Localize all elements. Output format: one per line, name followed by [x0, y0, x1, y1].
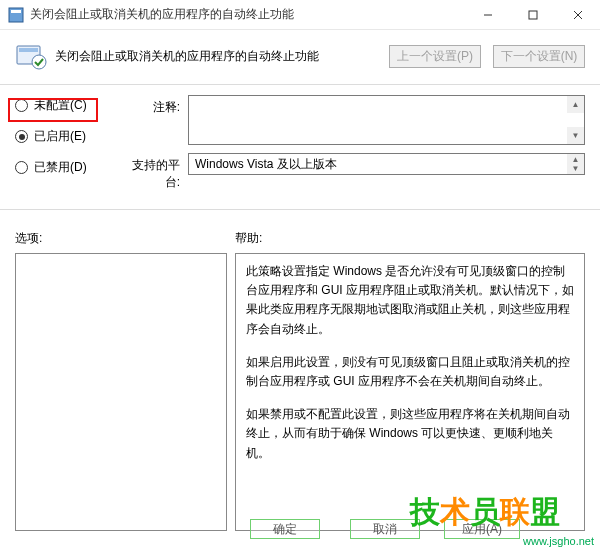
svg-rect-7	[19, 48, 38, 52]
apply-label: 应用(A)	[462, 521, 502, 538]
platform-label: 支持的平台:	[120, 153, 188, 191]
maximize-button[interactable]	[510, 0, 555, 30]
panes: 此策略设置指定 Windows 是否允许没有可见顶级窗口的控制台应用程序和 GU…	[0, 253, 600, 541]
svg-rect-1	[11, 10, 21, 13]
prev-setting-button[interactable]: 上一个设置(P)	[389, 45, 481, 68]
page-title: 关闭会阻止或取消关机的应用程序的自动终止功能	[55, 48, 377, 65]
svg-rect-3	[529, 11, 537, 19]
comment-input[interactable]: ▲ ▼	[188, 95, 585, 145]
policy-icon	[15, 40, 47, 72]
scroll-down-icon[interactable]: ▼	[567, 127, 584, 144]
comment-label: 注释:	[120, 95, 188, 145]
apply-button[interactable]: 应用(A)	[444, 519, 520, 539]
platform-value: Windows Vista 及以上版本	[195, 156, 337, 173]
app-icon	[8, 7, 24, 23]
header: 关闭会阻止或取消关机的应用程序的自动终止功能 上一个设置(P) 下一个设置(N)	[0, 30, 600, 80]
help-paragraph: 此策略设置指定 Windows 是否允许没有可见顶级窗口的控制台应用程序和 GU…	[246, 262, 574, 339]
minimize-button[interactable]	[465, 0, 510, 30]
radio-label: 已启用(E)	[34, 128, 86, 145]
window-buttons	[465, 0, 600, 29]
divider	[0, 209, 600, 210]
fields: 注释: ▲ ▼ 支持的平台: Windows Vista 及以上版本 ▲ ▼	[120, 95, 585, 199]
platform-input[interactable]: Windows Vista 及以上版本 ▲ ▼	[188, 153, 585, 175]
watermark-link[interactable]: www.jsgho.net	[523, 535, 594, 547]
comment-row: 注释: ▲ ▼	[120, 95, 585, 145]
config-area: 未配置(C) 已启用(E) 已禁用(D) 注释: ▲ ▼ 支持的平台: Wind…	[0, 95, 600, 205]
next-setting-button[interactable]: 下一个设置(N)	[493, 45, 585, 68]
options-label: 选项:	[15, 230, 235, 247]
radio-icon	[15, 161, 28, 174]
cancel-button[interactable]: 取消	[350, 519, 420, 539]
ok-button[interactable]: 确定	[250, 519, 320, 539]
radio-disabled[interactable]: 已禁用(D)	[15, 159, 110, 176]
platform-row: 支持的平台: Windows Vista 及以上版本 ▲ ▼	[120, 153, 585, 191]
help-paragraph: 如果禁用或不配置此设置，则这些应用程序将在关机期间自动终止，从而有助于确保 Wi…	[246, 405, 574, 463]
scroll-up-icon[interactable]: ▲	[567, 96, 584, 113]
close-button[interactable]	[555, 0, 600, 30]
radio-enabled[interactable]: 已启用(E)	[15, 128, 110, 145]
divider	[0, 84, 600, 85]
title-bar: 关闭会阻止或取消关机的应用程序的自动终止功能	[0, 0, 600, 30]
scroll-down-icon[interactable]: ▼	[567, 163, 584, 174]
radio-label: 未配置(C)	[34, 97, 87, 114]
window-title: 关闭会阻止或取消关机的应用程序的自动终止功能	[30, 6, 465, 23]
pane-labels: 选项: 帮助:	[0, 220, 600, 251]
radio-icon	[15, 130, 28, 143]
options-pane[interactable]	[15, 253, 227, 531]
radio-group: 未配置(C) 已启用(E) 已禁用(D)	[15, 95, 110, 199]
help-pane[interactable]: 此策略设置指定 Windows 是否允许没有可见顶级窗口的控制台应用程序和 GU…	[235, 253, 585, 531]
help-paragraph: 如果启用此设置，则没有可见顶级窗口且阻止或取消关机的控制台应用程序或 GUI 应…	[246, 353, 574, 391]
radio-label: 已禁用(D)	[34, 159, 87, 176]
svg-point-8	[32, 55, 46, 69]
radio-not-configured[interactable]: 未配置(C)	[15, 97, 110, 114]
radio-icon	[15, 99, 28, 112]
help-label: 帮助:	[235, 230, 585, 247]
